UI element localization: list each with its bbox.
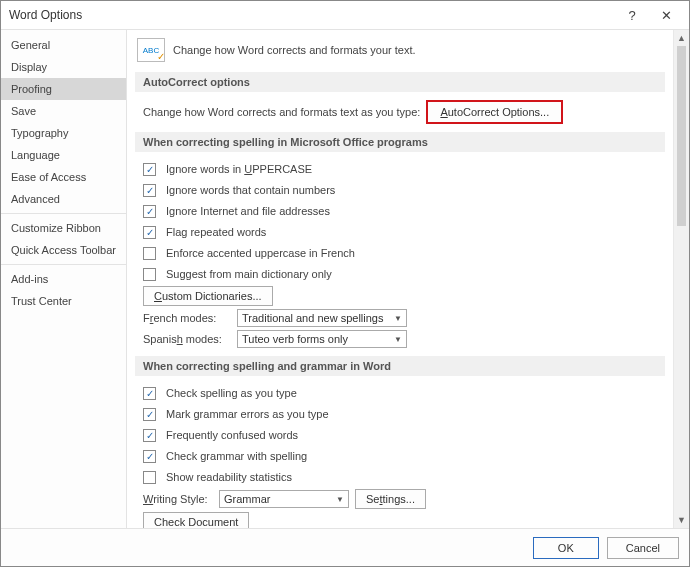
lbl-ignore-internet: Ignore Internet and file addresses [166, 205, 330, 217]
french-modes-select[interactable]: Traditional and new spellings▼ [237, 309, 407, 327]
chk-readability[interactable] [143, 471, 156, 484]
chk-ignore-numbers[interactable]: ✓ [143, 184, 156, 197]
chevron-down-icon: ▼ [394, 335, 402, 344]
intro-text: Change how Word corrects and formats you… [173, 44, 416, 56]
cancel-button[interactable]: Cancel [607, 537, 679, 559]
lbl-enforce-accented: Enforce accented uppercase in French [166, 247, 355, 259]
autocorrect-prompt: Change how Word corrects and formats tex… [143, 106, 420, 118]
scroll-thumb[interactable] [677, 46, 686, 226]
check-document-button[interactable]: Check Document [143, 512, 249, 528]
help-button[interactable]: ? [615, 8, 649, 23]
lbl-ignore-numbers: Ignore words that contain numbers [166, 184, 335, 196]
spanish-modes-value: Tuteo verb forms only [242, 333, 348, 345]
sidebar-item-quick-access-toolbar[interactable]: Quick Access Toolbar [1, 239, 126, 261]
proofing-icon: ABC ✓ [137, 38, 165, 62]
category-sidebar: General Display Proofing Save Typography… [1, 30, 127, 528]
sidebar-item-add-ins[interactable]: Add-ins [1, 268, 126, 290]
chevron-down-icon: ▼ [336, 495, 344, 504]
sidebar-item-display[interactable]: Display [1, 56, 126, 78]
proofing-panel: ABC ✓ Change how Word corrects and forma… [127, 30, 673, 528]
autocorrect-options-label: utoCorrect Options... [448, 106, 550, 118]
vertical-scrollbar[interactable]: ▲ ▼ [673, 30, 689, 528]
lbl-readability: Show readability statistics [166, 471, 292, 483]
chk-suggest-main-dict[interactable] [143, 268, 156, 281]
writing-style-select[interactable]: Grammar▼ [219, 490, 349, 508]
spanish-modes-select[interactable]: Tuteo verb forms only▼ [237, 330, 407, 348]
ok-button[interactable]: OK [533, 537, 599, 559]
lbl-grammar-spelling: Check grammar with spelling [166, 450, 307, 462]
chk-freq-confused[interactable]: ✓ [143, 429, 156, 442]
sidebar-item-save[interactable]: Save [1, 100, 126, 122]
sidebar-item-ease-of-access[interactable]: Ease of Access [1, 166, 126, 188]
french-modes-value: Traditional and new spellings [242, 312, 383, 324]
chk-ignore-internet[interactable]: ✓ [143, 205, 156, 218]
lbl-freq-confused: Frequently confused words [166, 429, 298, 441]
chk-flag-repeated[interactable]: ✓ [143, 226, 156, 239]
scroll-up-icon[interactable]: ▲ [674, 30, 689, 46]
titlebar: Word Options ? ✕ [1, 1, 689, 29]
section-autocorrect: AutoCorrect options [135, 72, 665, 92]
spanish-modes-label: Spanish modes: [143, 333, 231, 345]
dialog-footer: OK Cancel [1, 528, 689, 566]
dialog-title: Word Options [9, 8, 82, 22]
writing-style-value: Grammar [224, 493, 270, 505]
sidebar-item-typography[interactable]: Typography [1, 122, 126, 144]
writing-style-label: Writing Style: [143, 493, 213, 505]
lbl-ignore-uppercase: Ignore words in UPPERCASE [166, 163, 312, 175]
french-modes-label: French modes: [143, 312, 231, 324]
chk-grammar-spelling[interactable]: ✓ [143, 450, 156, 463]
lbl-flag-repeated: Flag repeated words [166, 226, 266, 238]
sidebar-item-customize-ribbon[interactable]: Customize Ribbon [1, 217, 126, 239]
check-icon: ✓ [157, 51, 165, 62]
autocorrect-options-button[interactable]: AutoCorrect Options... [426, 100, 563, 124]
chk-enforce-accented[interactable] [143, 247, 156, 260]
chevron-down-icon: ▼ [394, 314, 402, 323]
section-office-spelling: When correcting spelling in Microsoft Of… [135, 132, 665, 152]
chk-ignore-uppercase[interactable]: ✓ [143, 163, 156, 176]
chk-grammar-as-type[interactable]: ✓ [143, 408, 156, 421]
sidebar-item-proofing[interactable]: Proofing [1, 78, 126, 100]
sidebar-item-advanced[interactable]: Advanced [1, 188, 126, 210]
close-button[interactable]: ✕ [649, 8, 683, 23]
settings-button[interactable]: Settings... [355, 489, 426, 509]
sidebar-item-general[interactable]: General [1, 34, 126, 56]
sidebar-item-trust-center[interactable]: Trust Center [1, 290, 126, 312]
chk-spell-as-type[interactable]: ✓ [143, 387, 156, 400]
lbl-grammar-as-type: Mark grammar errors as you type [166, 408, 329, 420]
custom-dictionaries-button[interactable]: Custom Dictionaries... [143, 286, 273, 306]
lbl-spell-as-type: Check spelling as you type [166, 387, 297, 399]
section-word-spelling: When correcting spelling and grammar in … [135, 356, 665, 376]
sidebar-item-language[interactable]: Language [1, 144, 126, 166]
scroll-down-icon[interactable]: ▼ [674, 512, 689, 528]
word-options-dialog: Word Options ? ✕ General Display Proofin… [0, 0, 690, 567]
lbl-suggest-main-dict: Suggest from main dictionary only [166, 268, 332, 280]
